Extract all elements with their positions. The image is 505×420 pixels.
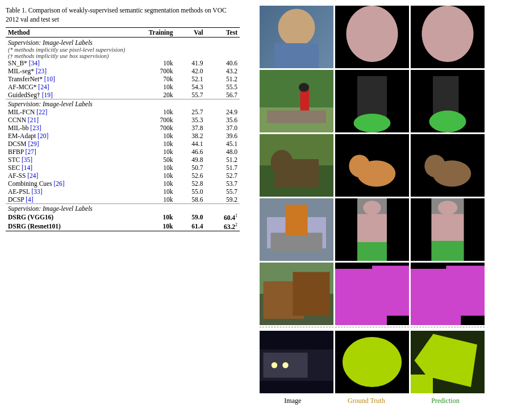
- table-row: Combining Cues [26]10k52.853.7: [6, 180, 240, 188]
- col-method: Method: [6, 28, 121, 38]
- table-row: AE-PSL [33]10k55.055.7: [6, 188, 240, 196]
- image-cell-person_pred: [411, 6, 485, 68]
- table-row: SN_B* [34]10k41.940.6: [6, 59, 240, 67]
- col-val: Val: [175, 28, 205, 38]
- label-image: Image: [284, 397, 301, 405]
- image-cell-train_photo: [260, 331, 333, 393]
- image-cell-horses_gt: [335, 263, 409, 325]
- label-ground-truth: Ground Truth: [348, 397, 385, 405]
- table-row: DSRG (VGG16)10k59.060.41: [6, 213, 240, 222]
- table-row: DCSP [4]10k58.659.2: [6, 196, 240, 204]
- image-cell-cycling_car_photo: [260, 198, 333, 261]
- table-row: DCSM [29]10k44.145.1: [6, 140, 240, 148]
- table-header-row: Method Training Val Test: [6, 28, 240, 38]
- image-cell-horses_pred: [411, 263, 485, 325]
- left-panel: Table 1. Comparison of weakly-supervised…: [6, 6, 244, 414]
- table-row: EM-Adapt [20]10k38.239.6: [6, 132, 240, 140]
- table-row: DSRG (Resnet101)10k61.463.22: [6, 222, 240, 231]
- image-grid: [260, 6, 485, 393]
- table-row: MIL-FCN [22]10k25.724.9: [6, 108, 240, 116]
- image-cell-cyclist_gt: [335, 70, 409, 132]
- table-row: AF-SS [24]10k52.652.7: [6, 172, 240, 180]
- image-cell-person_gt: [335, 6, 409, 68]
- col-training: Training: [121, 28, 175, 38]
- image-cell-person_photo: [260, 6, 333, 68]
- image-cell-cycling_car_gt: [335, 198, 409, 261]
- image-cell-bison_gt: [335, 134, 409, 197]
- table-row: CCNN [21]700k35.335.6: [6, 116, 240, 124]
- table-row: MIL-bb [23]700k37.837.0: [6, 124, 240, 132]
- image-cell-bison_photo: [260, 134, 333, 197]
- image-cell-horses_photo: [260, 263, 333, 325]
- label-prediction: Prediction: [431, 397, 459, 405]
- right-panel: Image Ground Truth Prediction: [244, 6, 499, 414]
- image-cell-train_pred: [411, 331, 485, 393]
- image-labels-row: Image Ground Truth Prediction: [261, 397, 483, 405]
- table-title: Table 1. Comparison of weakly-supervised…: [6, 6, 240, 24]
- col-test: Test: [205, 28, 240, 38]
- table-row: STC [35]50k49.851.2: [6, 156, 240, 164]
- image-cell-cyclist_pred: [411, 70, 485, 132]
- table-row: BFBP [27]10k46.648.0: [6, 148, 240, 156]
- comparison-table: Method Training Val Test Supervision: Im…: [6, 27, 240, 231]
- table-row: GuidedSeg† [19]20k55.756.7: [6, 91, 240, 99]
- image-cell-cycling_car_pred: [411, 198, 485, 261]
- table-row: TransferNet* [10]70k52.151.2: [6, 75, 240, 83]
- image-cell-cyclist_photo: [260, 70, 333, 132]
- image-cell-bison_pred: [411, 134, 485, 197]
- image-cell-train_gt: [335, 331, 409, 393]
- table-row: MIL-seg* [23]700k42.043.2: [6, 67, 240, 75]
- table-row: SEC [14]10k50.751.7: [6, 164, 240, 172]
- table-row: AF-MCG* [24]10k54.355.5: [6, 83, 240, 91]
